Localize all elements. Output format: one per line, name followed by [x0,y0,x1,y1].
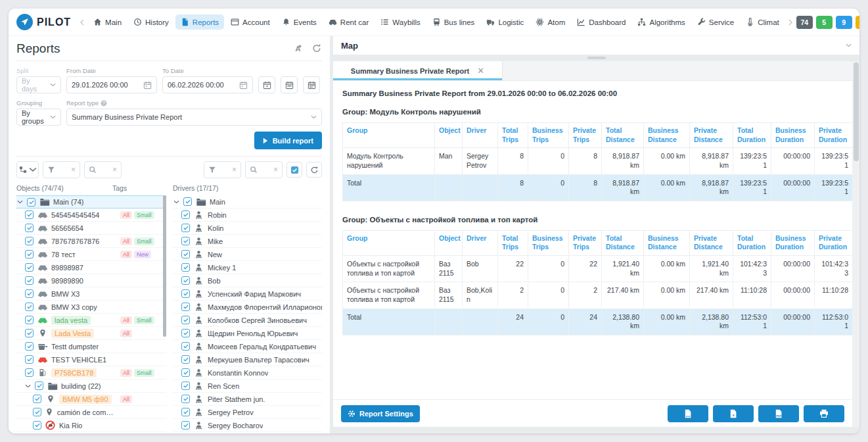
nav-scroll-right-icon[interactable] [787,19,794,26]
checkbox[interactable] [181,355,190,364]
checkbox[interactable] [181,210,190,219]
counter-badge[interactable]: 1 [856,16,859,29]
nav-item-atom[interactable]: Atom [530,14,570,30]
tree-item-row[interactable]: New [173,248,322,261]
from-date-input[interactable] [72,81,141,89]
tree-item-row[interactable]: 98989890 [16,274,166,287]
checkbox[interactable] [27,198,35,207]
nav-item-climat[interactable]: Climat [741,14,785,30]
to-date-input[interactable] [168,81,237,89]
tree-item-row[interactable]: BMW M5 ф90All [16,393,166,406]
checkbox[interactable] [35,381,43,390]
preset-month-button[interactable] [303,76,320,93]
checkbox[interactable] [181,342,190,351]
tree-item-row[interactable]: Kia Rio [16,419,166,432]
preset-day-button[interactable] [258,76,275,93]
counter-badge[interactable]: 74 [796,16,813,29]
counter-badge[interactable]: 5 [816,16,833,29]
refresh-icon[interactable] [311,43,322,53]
tree-item-row[interactable]: Махмудов Флорентий Илларионович [173,301,322,314]
close-tab-icon[interactable]: ✕ [477,66,484,76]
checkbox[interactable] [181,421,190,430]
tree-item-row[interactable]: 78 тестAllNew [16,248,166,261]
file-xlsx-button[interactable]: x [713,405,754,422]
objects-tag-filter-input[interactable]: × [43,161,80,178]
tree-item-row[interactable]: Robin [173,209,322,222]
tree-folder-row[interactable]: Main [173,195,322,209]
tree-item-row[interactable]: Piter Stathem jun. [173,393,322,406]
printer-button[interactable] [804,405,844,422]
nav-item-service[interactable]: Service [692,14,739,30]
tree-item-row[interactable]: Mike [173,235,322,248]
checkbox[interactable] [25,224,34,232]
tree-item-row[interactable]: lada vestaAllSmall [16,314,166,327]
checkbox[interactable] [181,381,190,390]
objects-search-input[interactable]: × [84,161,122,178]
tree-item-row[interactable]: Успенский Фарид Маркович [173,287,322,301]
file-pdf-button[interactable]: PDF [758,405,799,422]
checkbox[interactable] [181,237,190,245]
checkbox[interactable] [25,263,34,272]
calendar-icon[interactable] [143,81,152,89]
nav-item-account[interactable]: Account [225,14,275,30]
tree-item-row[interactable]: P758CB178AllSmall [16,366,166,380]
checkbox[interactable] [181,276,190,285]
report-scrollbar[interactable] [852,61,859,427]
collapse-chevron-icon[interactable] [25,384,32,388]
tree-item-row[interactable]: Щедрин Ренольд Юрьевич [173,327,322,340]
nav-item-logistic[interactable]: Logistic [481,14,529,30]
nav-item-algorithms[interactable]: Algorithms [632,14,690,30]
nav-item-waybills[interactable]: Waybills [375,14,425,30]
tree-item-row[interactable]: Колобков Сергей Зиновьевич [173,314,322,327]
calendar-icon[interactable] [239,81,248,89]
tree-item-row[interactable]: Testt dumpster [16,340,166,353]
collapse-chevron-icon[interactable] [173,200,180,204]
nav-item-main[interactable]: Main [88,14,127,30]
clear-filter-icon[interactable]: × [71,166,76,174]
nav-item-bus-lines[interactable]: Bus lines [427,14,480,30]
checkbox[interactable] [25,237,34,245]
tree-item-row[interactable]: Telegram TrackerAllSmall [16,432,166,433]
checkbox[interactable] [181,289,190,298]
checkbox[interactable] [181,303,190,311]
checkbox[interactable] [181,224,190,232]
tree-item-row[interactable]: Kolin [173,222,322,235]
checkbox[interactable] [25,303,34,311]
tree-item-row[interactable]: 787678767876AllSmall [16,235,166,248]
nav-scroll-left-icon[interactable] [79,19,85,26]
clear-search-icon[interactable]: × [273,166,278,174]
checkbox[interactable] [25,355,34,364]
splitter[interactable] [333,55,859,61]
tree-item-row[interactable]: BMW X3 [16,287,166,301]
nav-item-history[interactable]: History [128,14,174,30]
report-templates-icon[interactable]: A [292,43,302,53]
clear-filter-icon[interactable]: × [232,166,237,174]
checkbox[interactable] [25,342,34,351]
tree-item-row[interactable]: camión de combustible [16,406,166,419]
checkbox[interactable] [181,250,190,258]
checkbox[interactable] [183,197,192,206]
file-csv-button[interactable]: csv [668,405,708,422]
nav-item-rent-car[interactable]: Rent car [323,14,374,30]
select-all-button[interactable] [286,162,302,178]
checkbox[interactable] [33,395,41,403]
checkbox[interactable] [25,210,34,219]
collapse-chevron-icon[interactable] [17,200,24,204]
tree-item-row[interactable]: Konstantin Konnov [173,366,322,380]
tree-folder-row[interactable]: building (22) [16,380,166,393]
tree-item-row[interactable]: 545454545454AllSmall [16,209,166,222]
app-logo[interactable]: PILOT [16,14,71,30]
tree-item-row[interactable]: 56565654 [16,222,166,235]
refresh-list-button[interactable] [306,162,322,178]
checkbox[interactable] [25,276,34,285]
checkbox[interactable] [25,368,34,377]
report-settings-button[interactable]: Report Settings [341,405,420,422]
counter-badge[interactable]: 9 [836,16,852,29]
checkbox[interactable] [25,316,34,324]
checkbox[interactable] [181,263,190,272]
tree-item-row[interactable]: Lada VestaAll [16,327,166,340]
tree-item-row[interactable]: Bob [173,274,322,287]
report-tab[interactable]: Summary Business Private Report ✕ [333,61,503,80]
checkbox[interactable] [33,421,41,430]
report-type-select[interactable]: Summary Business Private Report [66,109,322,126]
